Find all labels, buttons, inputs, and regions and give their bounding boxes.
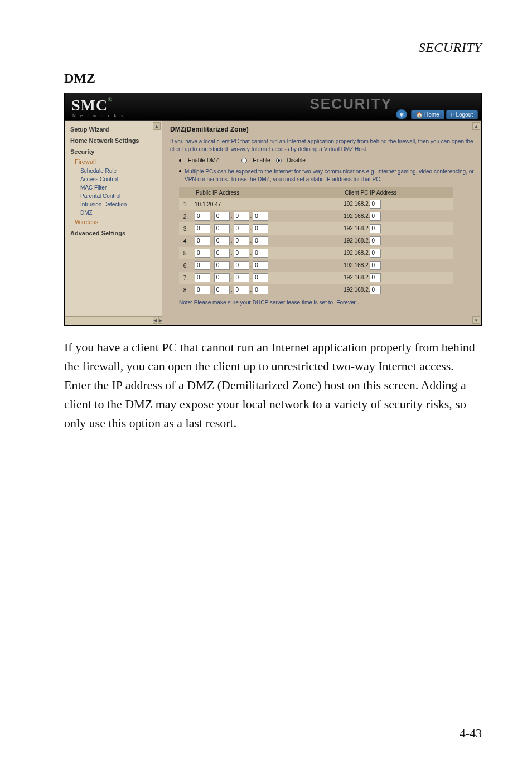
client-ip-prefix: 192.168.2. [344, 262, 370, 268]
left-nav: ▲ Setup Wizard Home Network Settings Sec… [65, 121, 162, 325]
client-ip-last-input[interactable]: 0 [370, 200, 381, 209]
ip-octet-input[interactable]: 0 [253, 236, 268, 245]
ip-octet-input[interactable]: 0 [253, 261, 268, 270]
ip-octet-input[interactable]: 0 [234, 273, 249, 282]
ip-octet-input[interactable]: 0 [195, 273, 210, 282]
nav-wireless[interactable]: Wireless [65, 217, 162, 227]
ip-octet-input[interactable]: 0 [195, 261, 210, 270]
row-index: 1. [179, 198, 191, 210]
scroll-up-icon[interactable]: ▲ [153, 122, 161, 130]
ip-octet-input[interactable]: 0 [253, 224, 268, 233]
ip-octet-input[interactable]: 0 [214, 224, 230, 233]
client-ip-last-input[interactable]: 0 [370, 273, 381, 282]
dmz-table: Public IP Address Client PC IP Address 1… [179, 187, 453, 296]
dot: . [211, 250, 213, 256]
nav-setup-wizard[interactable]: Setup Wizard [65, 123, 162, 134]
home-button[interactable]: 🏠 Home [411, 110, 444, 119]
ip-octet-input[interactable]: 0 [214, 261, 230, 270]
nav-firewall[interactable]: Firewall [65, 157, 162, 167]
ip-octet-input[interactable]: 0 [214, 286, 230, 294]
disable-radio-label: Disable [287, 157, 306, 163]
nav-dmz[interactable]: DMZ [65, 209, 162, 217]
client-ip-last-input[interactable]: 0 [370, 212, 381, 221]
ip-octet-input[interactable]: 0 [234, 224, 249, 233]
nav-intrusion-detection[interactable]: Intrusion Detection [65, 200, 162, 209]
content-scroll-up-icon[interactable]: ▲ [472, 122, 480, 130]
client-ip-prefix: 192.168.2. [344, 287, 370, 293]
client-ip-cell: 192.168.2.0 [340, 235, 453, 247]
ip-octet-input[interactable]: 0 [214, 249, 230, 258]
public-ip-cell: 0.0.0.0 [191, 210, 340, 222]
ip-octet-input[interactable]: 0 [234, 286, 249, 294]
running-head: SECURITY [64, 40, 482, 55]
dot: . [231, 262, 233, 268]
disable-radio[interactable] [276, 158, 282, 163]
nav-mac-filter[interactable]: MAC Filter [65, 183, 162, 192]
ip-octet-input[interactable]: 0 [214, 212, 230, 221]
client-ip-cell: 192.168.2.0 [340, 210, 453, 222]
banner: SMC® N e t w o r k s SECURITY ✽ 🏠 Home ⍈… [65, 93, 481, 121]
table-row: 3.0.0.0.0192.168.2.0 [179, 222, 453, 235]
dot: . [231, 225, 233, 231]
nav-home-network-settings[interactable]: Home Network Settings [65, 134, 162, 146]
dot: . [231, 213, 233, 219]
client-ip-last-input[interactable]: 0 [370, 224, 381, 233]
nav-schedule-rule[interactable]: Schedule Rule [65, 167, 162, 175]
dot: . [211, 287, 213, 293]
table-row: 7.0.0.0.0192.168.2.0 [179, 272, 453, 284]
ip-octet-input[interactable]: 0 [234, 212, 249, 221]
ip-octet-input[interactable]: 0 [253, 212, 268, 221]
row-index: 7. [179, 272, 191, 284]
client-ip-last-input[interactable]: 0 [370, 236, 381, 245]
ip-octet-input[interactable]: 0 [195, 286, 210, 294]
dot: . [211, 262, 213, 268]
ip-octet-input[interactable]: 0 [214, 273, 230, 282]
dot: . [231, 274, 233, 280]
content-scroll-down-icon[interactable]: ▼ [472, 316, 480, 324]
dot: . [211, 225, 213, 231]
client-ip-cell: 192.168.2.0 [340, 272, 453, 284]
nav-parental-control[interactable]: Parental Control [65, 192, 162, 200]
enable-radio[interactable] [241, 158, 247, 163]
client-ip-prefix: 192.168.2. [344, 274, 370, 280]
ip-octet-input[interactable]: 0 [195, 212, 210, 221]
dot: . [211, 213, 213, 219]
enable-dmz-row: Enable DMZ: Enable Disable [179, 157, 475, 163]
dot: . [250, 225, 252, 231]
nav-security[interactable]: Security [65, 146, 162, 157]
ip-octet-input[interactable]: 0 [234, 236, 249, 245]
topbar: ✽ 🏠 Home ⍈ Logout [396, 109, 478, 119]
table-row: 4.0.0.0.0192.168.2.0 [179, 235, 453, 247]
ip-octet-input[interactable]: 0 [195, 249, 210, 258]
client-ip-prefix: 192.168.2. [344, 238, 370, 244]
ip-octet-input[interactable]: 0 [253, 273, 268, 282]
col-client-ip: Client PC IP Address [340, 187, 453, 198]
brand-logo: SMC® [71, 96, 113, 114]
nav-access-control[interactable]: Access Control [65, 175, 162, 183]
ip-octet-input[interactable]: 0 [195, 236, 210, 245]
page-number: 4-43 [460, 726, 482, 741]
nav-advanced-settings[interactable]: Advanced Settings [65, 227, 162, 238]
ip-octet-input[interactable]: 0 [253, 249, 268, 258]
ip-octet-input[interactable]: 0 [234, 249, 249, 258]
ip-octet-input[interactable]: 0 [195, 224, 210, 233]
ip-octet-input[interactable]: 0 [214, 236, 230, 245]
row-index: 3. [179, 222, 191, 235]
table-row: 1.10.1.20.47192.168.2.0 [179, 198, 453, 210]
globe-icon: ✽ [396, 109, 407, 119]
scroll-left-icon[interactable]: ◀ [153, 316, 157, 324]
dot: . [231, 238, 233, 244]
row-index: 8. [179, 284, 191, 296]
row-index: 4. [179, 235, 191, 247]
client-ip-last-input[interactable]: 0 [370, 261, 381, 270]
ip-octet-input[interactable]: 0 [234, 261, 249, 270]
enable-dmz-label: Enable DMZ: [188, 157, 220, 163]
logout-button[interactable]: ⍈ Logout [446, 110, 478, 119]
ip-octet-input[interactable]: 0 [253, 286, 268, 294]
brand-word: SECURITY [310, 95, 392, 113]
client-ip-last-input[interactable]: 0 [370, 286, 381, 294]
row-index: 5. [179, 247, 191, 259]
client-ip-last-input[interactable]: 0 [370, 249, 381, 258]
main-pane: ▲ DMZ(Demilitarized Zone) If you have a … [162, 121, 481, 325]
scroll-bottom-bar[interactable]: ◀▶ [65, 316, 162, 325]
